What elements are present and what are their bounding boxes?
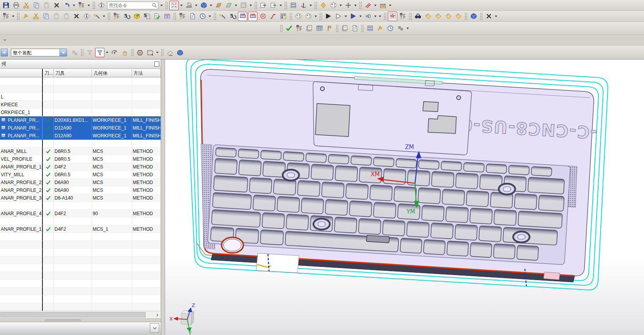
tag-cylinder-button[interactable] [443, 12, 453, 21]
verify-toolpath-button[interactable] [132, 12, 141, 21]
search-options-dropdown[interactable] [159, 1, 164, 10]
gear-settings-dropdown[interactable] [405, 24, 410, 33]
program-time-button[interactable] [385, 24, 395, 33]
point-display-button[interactable] [258, 12, 267, 21]
playback-options-dropdown[interactable] [378, 12, 382, 21]
column-header-name[interactable] [0, 69, 43, 77]
print-button[interactable] [11, 1, 21, 10]
gouge-check-button[interactable] [228, 12, 237, 21]
navigator-row-anar_profile_2[interactable]: ANAR_PROFILE_2D6A90MCSMETHOD [0, 179, 161, 186]
window-next-button[interactable] [259, 1, 268, 10]
window-cascade-button[interactable] [269, 1, 278, 10]
repeat-command-dropdown[interactable] [86, 1, 91, 10]
navigator-row-empty[interactable] [0, 85, 161, 93]
navigator-row-orkpiece_1[interactable]: ORKPIECE_1 [0, 109, 161, 116]
show-toolpath-button[interactable] [218, 12, 227, 21]
fit-view-button[interactable] [169, 1, 179, 10]
scrollbar-thumb[interactable] [0, 312, 146, 317]
toolpath-analysis-button[interactable] [388, 12, 397, 21]
layer-settings-button[interactable] [289, 1, 298, 10]
new-tag-button[interactable] [423, 12, 433, 21]
csys-display-button[interactable] [299, 1, 308, 10]
play-continue-button[interactable] [348, 12, 358, 21]
horizontal-scrollbar[interactable] [0, 311, 161, 318]
navigator-row-anar_profile_4[interactable]: ANAR_PROFILE_4D4F290METHOD [0, 210, 161, 217]
navigator-row-anar_profile_1[interactable]: ANAR_PROFILE_1D4F2MCSMETHOD [0, 163, 161, 171]
navigator-row-empty[interactable] [0, 202, 161, 210]
background-color-dropdown[interactable] [248, 1, 253, 10]
panel-splitter[interactable] [0, 318, 161, 322]
navigator-row-empty[interactable] [0, 249, 161, 256]
hand-select-button[interactable] [120, 48, 129, 57]
navigator-row-planar_pr[interactable]: PLANAR_PR...D20X81.8XD1...WORKPIECE_1MIL… [0, 116, 161, 124]
navigator-row-anar_profile_3[interactable]: ANAR_PROFILE_3D6-A140MCSMETHOD [0, 194, 161, 202]
create-operation-button[interactable] [1, 12, 11, 21]
tag-cube-button[interactable] [454, 12, 463, 21]
navigator-row-empty[interactable] [0, 272, 161, 280]
column-header-method[interactable]: 方法 [132, 69, 161, 77]
save-button[interactable] [1, 1, 11, 10]
navigator-row-empty[interactable] [0, 256, 161, 264]
create-analysis-body-button[interactable] [469, 12, 478, 21]
navigator-row-empty[interactable] [0, 295, 161, 303]
undo-button[interactable] [62, 1, 71, 10]
show-object-button[interactable] [92, 12, 101, 21]
column-header-geometry[interactable]: 几何体 [92, 69, 132, 77]
fit-view-dropdown[interactable] [179, 1, 184, 10]
copy-object-button[interactable] [41, 12, 51, 21]
step-forward-button[interactable] [334, 12, 343, 21]
measure-distance-dropdown[interactable] [373, 1, 378, 10]
program-tree-button[interactable] [304, 24, 314, 33]
navigator-row-empty[interactable] [0, 77, 161, 85]
object-properties-button[interactable] [82, 12, 91, 21]
object-color-list-button[interactable] [294, 12, 303, 21]
measure-length-dropdown[interactable] [388, 1, 392, 10]
navigator-title-bar[interactable]: 何 [0, 60, 161, 69]
panel-float-button[interactable] [154, 61, 159, 67]
copy-button[interactable] [32, 1, 41, 10]
navigator-row-empty[interactable] [0, 241, 161, 249]
compare-toolpath-button[interactable] [162, 12, 172, 21]
rectangle-select-button[interactable] [145, 48, 155, 57]
navigator-row-vity_mill[interactable]: VITY_MILLD6R0.5MCSMETHOD [0, 171, 161, 179]
customize-palette-button[interactable] [304, 12, 313, 21]
orient-view-isometric-dropdown[interactable] [209, 1, 213, 10]
section-plane-green-button[interactable] [224, 1, 233, 10]
customize-palette-dropdown[interactable] [313, 12, 318, 21]
shop-documentation-button[interactable] [152, 12, 162, 21]
object-info-button[interactable] [97, 1, 106, 10]
snap-point-button[interactable] [135, 48, 144, 57]
play-continue-dropdown[interactable] [358, 12, 363, 21]
shaded-display-dropdown[interactable] [194, 1, 199, 10]
edit-object-button[interactable] [21, 12, 30, 21]
edit-object-display-dropdown[interactable] [338, 1, 343, 10]
find-tag-button[interactable] [433, 12, 443, 21]
measure-distance-button[interactable] [363, 1, 373, 10]
signal-flag-button[interactable] [325, 24, 334, 33]
step-to-target-button[interactable] [324, 12, 333, 21]
navigator-row-empty[interactable] [0, 303, 161, 311]
navigator-row-planar_pr[interactable]: PLANAR_PR...D12A90WORKPIECE_1MILL_FINISH [0, 124, 161, 132]
navigator-row-anar_mill[interactable]: ANAR_MILLD6R0.5MCSMETHOD [0, 147, 161, 155]
column-header-path[interactable]: 刀... [43, 69, 54, 77]
navigator-row-empty[interactable] [0, 140, 161, 147]
cut-object-button[interactable] [31, 12, 40, 21]
graphics-viewport[interactable]: -C-CNC8-US-0601 [165, 60, 644, 335]
spindle-tool-button[interactable] [363, 12, 373, 21]
section-plane-orange-button[interactable] [214, 1, 223, 10]
replay-toolpath-button[interactable] [122, 12, 131, 21]
move-object-button[interactable] [343, 1, 353, 10]
wcs-triad[interactable]: X Z Y [169, 302, 195, 335]
selection-scope-combo[interactable]: 整个装配 [11, 49, 67, 56]
find-object-button[interactable] [413, 12, 422, 21]
spindle-tool-dropdown[interactable] [373, 12, 378, 21]
display-options-button[interactable] [278, 12, 288, 21]
delete-object-button[interactable] [72, 12, 81, 21]
section-plane-green-dropdown[interactable] [234, 1, 238, 10]
panel-resize-divider[interactable] [161, 60, 165, 335]
scrollbar-right-arrow[interactable] [154, 312, 160, 318]
show-hide-button[interactable] [318, 1, 328, 10]
verify-program-button[interactable] [284, 24, 294, 33]
filter-scope-dropdown[interactable] [105, 48, 109, 57]
navigator-row-vel_profile[interactable]: VEL_PROFILED6R0.5MCSMETHOD [0, 155, 161, 163]
